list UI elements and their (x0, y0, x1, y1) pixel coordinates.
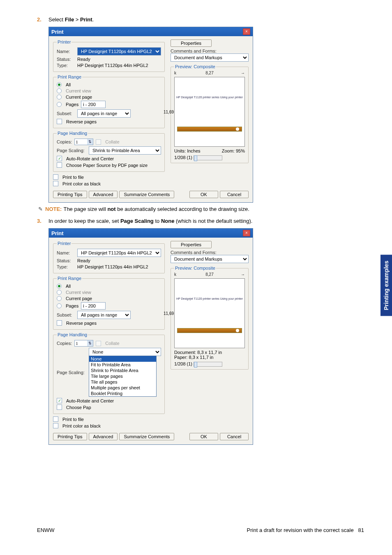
printer-name-select-2[interactable]: HP Designjet T1120ps 44in HPGL2 (77, 249, 161, 257)
comments-label: Comments and Forms: (171, 49, 249, 53)
autorotate-checkbox-2[interactable]: ✓ (57, 398, 62, 403)
pages-input-2[interactable] (81, 302, 106, 310)
radio-pages[interactable] (57, 102, 62, 107)
scaling-option[interactable]: Tile large pages (89, 373, 156, 379)
printer-name-select[interactable]: HP Designjet T1120ps 44in HPGL2 (77, 47, 161, 56)
scaling-option[interactable]: Booklet Printing (89, 391, 156, 396)
nav-slider[interactable] (194, 155, 222, 160)
reverse-checkbox-2[interactable] (57, 320, 62, 326)
print-dialog-2: Print × Printer Name: HP Designjet T1120… (48, 228, 253, 445)
page-scaling-select[interactable]: Shrink to Printable Area (89, 146, 161, 155)
handling-group: Page Handling Copies: ⇅ Collate Page Sca… (53, 131, 165, 172)
step-num-2: 2. (37, 16, 48, 23)
radio-all[interactable] (57, 82, 62, 87)
choose-source-checkbox[interactable] (57, 162, 62, 168)
preview-canvas-2: HP Designjet T1120 printer series Using … (174, 278, 245, 348)
properties-button-2[interactable]: Properties (171, 241, 212, 248)
type-value: HP Designjet T1120ps 44in HPGL2 (77, 63, 148, 68)
step-text-2: Select File > Print. (48, 16, 367, 23)
comments-select[interactable]: Document and Markups (171, 53, 249, 62)
hp-logo-icon (236, 127, 239, 131)
preview-group-2: Preview: Composite k8,27→ 11,69 HP Desig… (171, 266, 249, 370)
print-dialog-1: Print × Printer Name: HP Designjet T1120… (48, 27, 253, 203)
choose-pap-checkbox[interactable] (57, 405, 62, 410)
document-size: Document: 8,3 x 11,7 in (174, 350, 245, 355)
subset-select-2[interactable]: All pages in range (77, 311, 131, 319)
summarize-button[interactable]: Summarize Comments (119, 191, 174, 198)
scaling-option[interactable]: Tile all pages (89, 379, 156, 385)
advanced-button[interactable]: Advanced (89, 191, 118, 198)
radio-current-view[interactable] (57, 88, 62, 93)
range-group-2: Print Range All Current view Current pag… (53, 276, 165, 330)
status-value: Ready (77, 57, 90, 62)
page-number: 81 (358, 527, 364, 533)
radio-current-view-2[interactable] (57, 290, 62, 295)
cancel-button[interactable]: Cancel (220, 191, 249, 198)
pages-input[interactable] (81, 101, 106, 108)
printer-group: Printer Name: HP Designjet T1120ps 44in … (53, 39, 165, 72)
copies-label: Copies: (57, 139, 72, 144)
radio-all-2[interactable] (57, 284, 62, 289)
note-icon: ✎ (37, 206, 44, 212)
range-legend: Print Range (57, 74, 82, 79)
page-footer: ENWW Print a draft for revision with the… (37, 527, 367, 533)
close-icon[interactable]: × (243, 28, 250, 35)
properties-button[interactable]: Properties (171, 39, 212, 47)
scaling-option[interactable]: Fit to Printable Area (89, 362, 156, 368)
cancel-button-2[interactable]: Cancel (220, 433, 249, 440)
print-black-checkbox[interactable] (53, 181, 58, 186)
hp-logo-icon (236, 329, 239, 332)
collate-checkbox (96, 139, 101, 145)
subset-select[interactable]: All pages in range (77, 109, 131, 118)
print-to-file-checkbox[interactable] (53, 174, 58, 180)
titlebar-2: Print × (49, 229, 253, 238)
radio-current-page[interactable] (57, 95, 62, 99)
reverse-checkbox[interactable] (57, 119, 62, 124)
handling-legend: Page Handling (57, 131, 88, 136)
paper-size: Paper: 8,3 x 11,7 in (174, 355, 245, 360)
dialog-title-2: Print (51, 230, 64, 236)
scaling-option[interactable]: Shrink to Printable Area (89, 368, 156, 373)
preview-bar (177, 127, 242, 132)
step-3: 3. In order to keep the scale, set Page … (37, 218, 367, 224)
paper-label: HP Designjet T1120 printer series Using … (175, 96, 244, 99)
footer-right-text: Print a draft for revision with the corr… (247, 527, 354, 533)
preview-group: Preview: Composite k8,27→ 11,69 HP Desig… (171, 64, 249, 163)
preview-bar-2 (177, 328, 242, 333)
print-black-checkbox-2[interactable] (53, 423, 58, 428)
copies-spinner-2[interactable]: ⇅ (74, 340, 93, 347)
spin-icon[interactable]: ⇅ (87, 139, 93, 145)
nav-area-2: 1/208 (1) (174, 361, 245, 367)
printer-group-2: Printer Name: HP Designjet T1120ps 44in … (53, 241, 165, 273)
name-label: Name: (57, 49, 75, 54)
scaling-option[interactable]: Multiple pages per sheet (89, 385, 156, 391)
radio-pages-2[interactable] (57, 303, 62, 308)
collate-checkbox-2 (96, 341, 101, 346)
print-to-file-checkbox-2[interactable] (53, 416, 58, 422)
ok-button[interactable]: OK (189, 191, 218, 198)
nav-area: 1/208 (1) (174, 155, 245, 160)
advanced-button-2[interactable]: Advanced (89, 433, 118, 440)
nav-slider-2[interactable] (194, 362, 222, 367)
status-label: Status: (57, 57, 75, 62)
printing-tips-button-2[interactable]: Printing Tips (53, 433, 87, 440)
scaling-dropdown-list[interactable]: None Fit to Printable Area Shrink to Pri… (89, 356, 157, 397)
note-label: NOTE: (45, 206, 62, 212)
footer-left: ENWW (37, 527, 55, 533)
scaling-option[interactable]: None (89, 356, 156, 362)
summarize-button-2[interactable]: Summarize Comments (119, 433, 174, 440)
comments-select-2[interactable]: Document and Markups (171, 255, 249, 263)
page-scaling-select-2[interactable]: None (89, 348, 161, 356)
autorotate-checkbox[interactable]: ✓ (57, 156, 62, 161)
close-icon-2[interactable]: × (243, 230, 250, 236)
step-2: 2. Select File > Print. (37, 16, 367, 23)
ok-button-2[interactable]: OK (189, 433, 218, 440)
range-group: Print Range All Current view Current pag… (53, 74, 165, 128)
radio-current-page-2[interactable] (57, 296, 62, 301)
step-num-3: 3. (37, 218, 48, 224)
copies-spinner[interactable]: ⇅ (74, 139, 93, 145)
step-text-3: In order to keep the scale, set Page Sca… (48, 218, 367, 224)
preview-canvas: HP Designjet T1120 printer series Using … (174, 77, 245, 147)
printer-legend: Printer (57, 39, 71, 44)
printing-tips-button[interactable]: Printing Tips (53, 191, 87, 198)
